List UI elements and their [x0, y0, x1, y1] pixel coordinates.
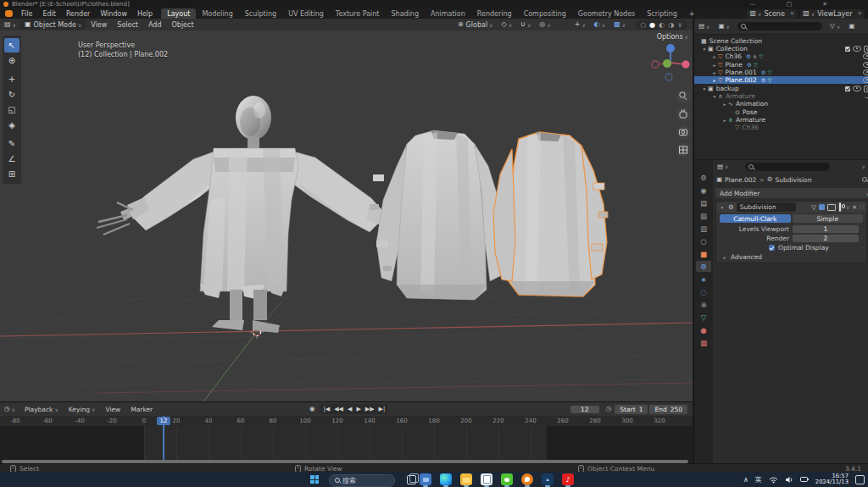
mode-dropdown[interactable]: ▣ Object Mode ∨ — [20, 19, 86, 30]
expander-icon[interactable]: ▸ — [711, 54, 718, 59]
expand-icon[interactable]: ▾ — [719, 205, 726, 210]
expander-icon[interactable]: ▸ — [721, 102, 728, 107]
minimize-button[interactable]: — — [750, 1, 756, 8]
edit-mode-toggle-icon[interactable] — [819, 204, 825, 210]
tab-scripting[interactable]: Scripting — [641, 8, 683, 19]
play-button[interactable]: ▶ — [356, 406, 360, 412]
tab-modeling[interactable]: Modeling — [196, 8, 238, 19]
tab-texture-paint[interactable]: Texture Paint — [330, 8, 386, 19]
edge-browser-icon[interactable] — [440, 473, 452, 485]
tab-rendering[interactable]: Rendering — [471, 8, 518, 19]
wifi-icon[interactable] — [769, 476, 778, 484]
tab-render[interactable]: ◉ — [696, 185, 711, 196]
notification-center-button[interactable] — [855, 475, 865, 484]
menu-edit[interactable]: Edit — [37, 10, 61, 18]
3d-viewport[interactable]: ↖ ⊕ + ↻ ◱ ◈ ✎ ∠ ⊞ User Perspective (12) … — [0, 30, 693, 401]
close-button[interactable]: ✕ — [822, 1, 827, 8]
notes-app-icon[interactable] — [481, 473, 492, 485]
menu-object[interactable]: Object — [167, 21, 199, 29]
jump-to-start-button[interactable]: |◀ — [323, 406, 330, 412]
proportional-edit-toggle[interactable]: ◎ ∨ — [535, 19, 554, 30]
menu-window[interactable]: Window — [95, 10, 132, 18]
expander-icon[interactable]: ▸ — [721, 118, 728, 123]
on-cage-toggle-icon[interactable]: ▽ — [811, 204, 816, 211]
tool-annotate[interactable]: ✎ — [4, 136, 19, 151]
tab-sculpting[interactable]: Sculpting — [239, 8, 282, 19]
menu-keying[interactable]: Keying∨ — [64, 406, 101, 413]
tab-tool[interactable]: ⚙ — [696, 172, 711, 183]
tab-texture[interactable]: ▦ — [696, 337, 711, 348]
advanced-section-toggle[interactable]: ▸ Advanced — [716, 252, 866, 262]
outliner-row-backup[interactable]: ▾ ▣ backup — [694, 85, 868, 92]
expander-icon[interactable]: ▸ — [711, 70, 718, 75]
outliner-row-pose[interactable]: ⊙ Pose — [694, 108, 868, 116]
material-shading-button[interactable]: ◐ — [659, 21, 665, 29]
breadcrumb-object[interactable]: Plane.002 — [725, 176, 756, 184]
eye-icon[interactable] — [863, 69, 868, 75]
outliner-row-ch36-child[interactable]: ▽ Ch36 — [694, 124, 868, 131]
menu-playback[interactable]: Playback∨ — [19, 406, 64, 413]
drag-handle-icon[interactable]: ∷ — [860, 203, 864, 211]
photoshop-app-icon[interactable]: ▴ — [542, 473, 554, 485]
preview-range-icon[interactable]: ◷ — [606, 406, 612, 412]
outliner-row-armature-data[interactable]: ▸ ⋔ Armature — [694, 116, 868, 124]
new-collection-button[interactable]: ▣ — [844, 21, 859, 31]
tool-scale[interactable]: ◱ — [4, 102, 19, 117]
tab-material[interactable]: ● — [696, 324, 711, 335]
tab-modifiers[interactable]: ⚙ — [696, 261, 711, 272]
expander-icon[interactable]: ▾ — [701, 47, 708, 52]
menu-select[interactable]: Select — [112, 21, 143, 29]
timeline-editor-type-button[interactable]: ◷ ∨ — [0, 404, 19, 414]
options-dropdown[interactable]: Options ∨ — [657, 33, 688, 41]
expander-icon[interactable]: ▸ — [711, 63, 718, 68]
menu-file[interactable]: File — [16, 10, 37, 18]
wireframe-shading-button[interactable]: ○ — [640, 21, 646, 29]
rendered-shading-button[interactable]: ◑ — [668, 21, 674, 29]
exclude-checkbox[interactable] — [845, 86, 850, 91]
tab-shading[interactable]: Shading — [385, 8, 425, 19]
eye-closed-icon[interactable] — [865, 94, 868, 98]
solid-shading-button[interactable]: ● — [649, 21, 655, 29]
outliner-row-plane-002-selected[interactable]: ▸ ▽ Plane.002 ⚙▽ — [694, 76, 868, 84]
next-keyframe-button[interactable]: ▶▶ — [365, 406, 375, 412]
expander-icon[interactable]: ▾ — [711, 94, 718, 99]
camera-icon[interactable] — [864, 86, 868, 92]
modifier-name-field[interactable]: Subdivision — [737, 202, 796, 212]
properties-search-input[interactable] — [745, 163, 830, 171]
snap-toggle[interactable]: ∪ ∨ — [516, 19, 535, 30]
outliner-row-scene-collection[interactable]: ▦ Scene Collection — [694, 37, 868, 45]
tab-object-data[interactable]: ▽ — [696, 312, 711, 323]
nav-gizmo[interactable] — [652, 44, 690, 80]
end-frame-field[interactable]: End 250 — [649, 405, 687, 414]
realtime-toggle-icon[interactable] — [827, 204, 836, 211]
exclude-checkbox[interactable] — [845, 47, 850, 52]
eye-icon[interactable] — [853, 46, 861, 52]
eye-icon[interactable] — [863, 62, 868, 68]
levels-viewport-field[interactable]: 1 — [793, 225, 859, 233]
menu-view[interactable]: View — [86, 21, 112, 29]
menu-render[interactable]: Render — [61, 10, 95, 18]
xray-toggle[interactable]: ▩ ∨ — [609, 19, 630, 30]
tool-add-cube[interactable]: ⊞ — [4, 167, 19, 181]
optimal-display-checkbox[interactable] — [769, 245, 775, 251]
tab-physics[interactable]: ◌ — [696, 286, 711, 297]
simple-button[interactable]: Simple — [793, 214, 864, 223]
tab-scene[interactable]: ▥ — [696, 223, 711, 234]
outliner-row-armature[interactable]: ▾ ⋔ Armature — [694, 92, 868, 100]
outliner-display-mode-button[interactable]: ▣ ∨ — [715, 21, 735, 31]
tool-select-box[interactable]: ↖ — [4, 38, 19, 53]
battery-icon[interactable] — [800, 476, 809, 483]
menu-help[interactable]: Help — [132, 10, 158, 18]
tab-object[interactable]: ■ — [696, 248, 711, 259]
tool-transform[interactable]: ◈ — [4, 118, 19, 132]
speaker-icon[interactable] — [785, 476, 793, 484]
expander-icon[interactable]: ▾ — [701, 86, 708, 91]
extras-dropdown-icon[interactable]: ∨ — [846, 204, 849, 210]
pivot-point-dropdown[interactable]: ◇ ∨ — [498, 19, 517, 30]
tab-geometry-nodes[interactable]: Geometry Nodes — [572, 8, 641, 19]
outliner-row-plane-001[interactable]: ▸ ▽ Plane.001 ⚙▽ — [694, 69, 868, 76]
outliner-row-ch36[interactable]: ▸ ▽ Ch36 ⚙⋔▽ — [694, 53, 868, 60]
ime-indicator[interactable]: 英 — [755, 475, 762, 484]
playhead-badge[interactable]: 12 — [157, 417, 170, 425]
photos-app-icon[interactable] — [420, 473, 431, 485]
